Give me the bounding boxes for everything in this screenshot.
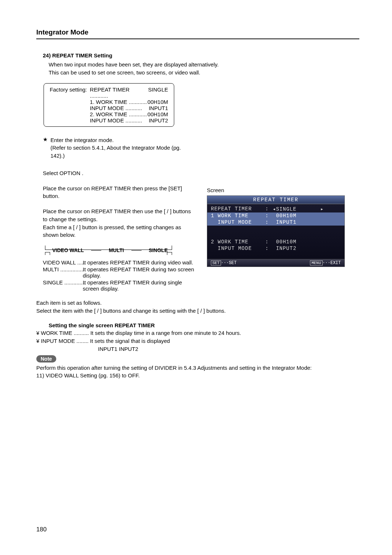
fs-val: INPUT2 <box>149 117 168 123</box>
osd-key: INPUT MODE <box>211 246 265 251</box>
followup-p1: Each item is set as follows. <box>36 299 359 307</box>
fs-val: SINGLE <box>148 86 168 99</box>
page-title: Integrator Mode <box>36 28 359 39</box>
osd-sep: : <box>265 206 273 212</box>
osd-sep: : <box>265 219 273 225</box>
followup-p2: Select the item with the [ / ] buttons a… <box>36 307 359 315</box>
fs-key: 1. WORK TIME ............ <box>90 99 147 105</box>
osd-key: INPUT MODE <box>211 219 265 225</box>
step1b: (Refer to section 5.4.1, About the Integ… <box>50 144 196 160</box>
osd-val: ◂SINGLE ▸ <box>273 206 341 212</box>
fs-key: INPUT MODE ........... <box>90 105 142 111</box>
osd-sep: : <box>265 246 273 251</box>
factory-setting-label: Factory setting: <box>50 86 87 123</box>
desc-val: It operates REPEAT TIMER during single s… <box>83 279 196 292</box>
desc-key: VIDEO WALL ..... <box>43 259 83 266</box>
osd-menu-btn-icon: MENU <box>310 260 322 266</box>
desc-key: MULTI ................ <box>43 266 83 279</box>
step4b: Each time a [ / ] button is pressed, the… <box>43 223 196 239</box>
inputmode-line: ¥ INPUT MODE ........ It sets the signal… <box>36 337 359 345</box>
osd-val: INPUT2 <box>273 246 341 251</box>
line-icon <box>131 250 142 251</box>
osd-footer-right: ···EXIT <box>323 260 341 266</box>
fs-val: 00H10M <box>147 99 168 105</box>
page-number: 180 <box>36 526 46 533</box>
osd-key: 1 WORK TIME <box>211 213 265 219</box>
osd-sep: : <box>265 239 273 245</box>
fs-val: 00H10M <box>147 111 168 117</box>
fs-key: INPUT MODE ........... <box>90 117 142 123</box>
inputmode-options: INPUT1 INPUT2 <box>98 345 359 353</box>
step3: Place the cursor on REPEAT TIMER then pr… <box>43 185 196 200</box>
desc-val: It operates REPEAT TIMER during video wa… <box>83 259 196 266</box>
step1a: Enter the integrator mode. <box>50 136 196 144</box>
intro-line-1: When two input modes have been set, they… <box>49 61 359 69</box>
fs-key: 2. WORK TIME ............ <box>90 111 147 117</box>
cycle-b: MULTI <box>109 247 124 253</box>
desc-val: It operates REPEAT TIMER during two scre… <box>83 266 196 279</box>
osd-val: 00H10M <box>273 239 341 245</box>
note-text2: 11) VIDEO WALL Setting (pg. 156) to OFF. <box>36 372 359 380</box>
star-icon: ★ <box>43 136 48 160</box>
osd-val: INPUT1 <box>273 219 341 225</box>
followup-subheading: Setting the single screen REPEAT TIMER <box>49 321 359 329</box>
intro-line-2: This can be used to set one screen, two … <box>49 69 359 77</box>
step4a: Place the cursor on REPEAT TIMER then us… <box>43 207 196 223</box>
osd-footer-left: ···SET <box>221 260 237 266</box>
factory-setting-box: Factory setting: REPEAT TIMER ..........… <box>44 83 174 127</box>
fs-val: INPUT1 <box>149 105 168 111</box>
cycle-c: SINGLE <box>149 247 168 253</box>
note-text1: Perform this operation after turning the… <box>36 364 359 372</box>
worktime-line: ¥ WORK TIME .......... It sets the displ… <box>36 329 359 337</box>
osd-sep: : <box>265 213 273 219</box>
note-badge: Note <box>36 355 56 362</box>
osd-key: REPEAT TIMER <box>211 206 265 212</box>
screen-label: Screen <box>207 187 359 193</box>
step2: Select OPTION . <box>43 169 196 177</box>
desc-key: SINGLE .............. <box>43 279 83 292</box>
osd-key: 2 WORK TIME <box>211 239 265 245</box>
osd-val: 00H10M <box>273 213 341 219</box>
cycle-a: VIDEO WALL <box>52 247 84 253</box>
osd-panel: REPEAT TIMER REPEAT TIMER:◂SINGLE ▸ 1 WO… <box>207 195 345 267</box>
osd-set-btn-icon: SET <box>211 260 221 266</box>
section-heading: 24) REPEAT TIMER Setting <box>43 52 359 58</box>
fs-key: REPEAT TIMER ............ <box>90 86 148 99</box>
osd-title: REPEAT TIMER <box>207 196 344 204</box>
line-icon <box>91 250 101 251</box>
